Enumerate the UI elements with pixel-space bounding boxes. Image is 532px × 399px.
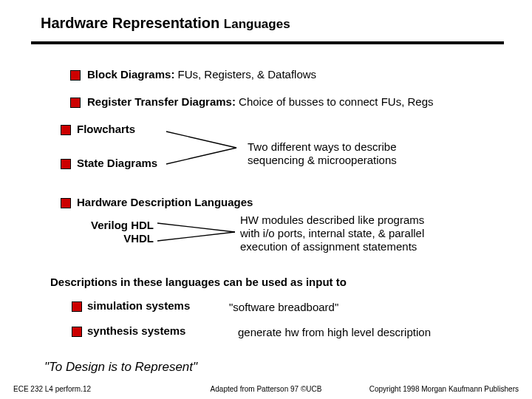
bullet-icon (72, 301, 82, 312)
hdl-desc-l3: execution of assignment statements (240, 240, 424, 253)
item-rtd: Register Transfer Diagrams: Choice of bu… (87, 95, 434, 108)
svg-line-2 (157, 223, 235, 232)
item-flowcharts: Flowcharts (77, 123, 135, 135)
svg-line-0 (166, 132, 236, 148)
brace-connector-icon (157, 216, 242, 248)
syn-desc: generate hw from high level description (238, 326, 431, 338)
item-rtd-bold: Register Transfer Diagrams: (87, 95, 236, 108)
bullet-icon (72, 327, 82, 337)
brace-connector-icon (166, 126, 255, 170)
slide-title: Hardware Representation Languages (41, 15, 290, 32)
bullet-icon (61, 125, 71, 135)
item-synthesis: synthesis systems (87, 324, 185, 337)
bullet-icon (70, 70, 81, 81)
svg-line-3 (157, 232, 235, 241)
item-block-diagrams: Block Diagrams: FUs, Registers, & Datafl… (87, 68, 316, 81)
slide: Hardware Representation Languages Block … (0, 0, 532, 399)
item-rtd-rest: Choice of busses to connect FUs, Regs (236, 95, 434, 108)
svg-line-1 (166, 148, 236, 164)
bullet-icon (61, 198, 71, 208)
title-rule (31, 41, 504, 44)
hdl-list: Verilog HDL VHDL (80, 219, 154, 245)
seq-desc-l2: sequencing & microoperations (248, 154, 397, 167)
item-simulation: simulation systems (87, 299, 190, 312)
hdl-desc: HW modules described like programs with … (240, 214, 424, 253)
seq-desc-l1: Two different ways to describe (248, 140, 397, 154)
quote: "To Design is to Represent" (44, 360, 197, 375)
hdl-verilog: Verilog HDL (80, 219, 154, 232)
hdl-desc-l1: HW modules described like programs (240, 214, 424, 227)
item-hdl-heading: Hardware Description Languages (77, 196, 253, 208)
item-block-bold: Block Diagrams: (87, 68, 174, 81)
desc-intro: Descriptions in these languages can be u… (50, 276, 347, 288)
title-main: Hardware Representation (41, 15, 224, 31)
seq-desc: Two different ways to describe sequencin… (248, 140, 397, 167)
bullet-icon (70, 98, 81, 108)
title-lang: Languages (224, 17, 290, 31)
item-block-rest: FUs, Registers, & Dataflows (174, 68, 316, 81)
hdl-desc-l2: with i/o ports, internal state, & parall… (240, 227, 424, 240)
hdl-vhdl: VHDL (80, 232, 154, 245)
item-state-diagrams: State Diagrams (77, 157, 157, 169)
sim-desc: "software breadboard" (229, 301, 338, 313)
footer-right: Copyright 1998 Morgan Kaufmann Publisher… (369, 385, 519, 393)
bullet-icon (61, 159, 71, 169)
